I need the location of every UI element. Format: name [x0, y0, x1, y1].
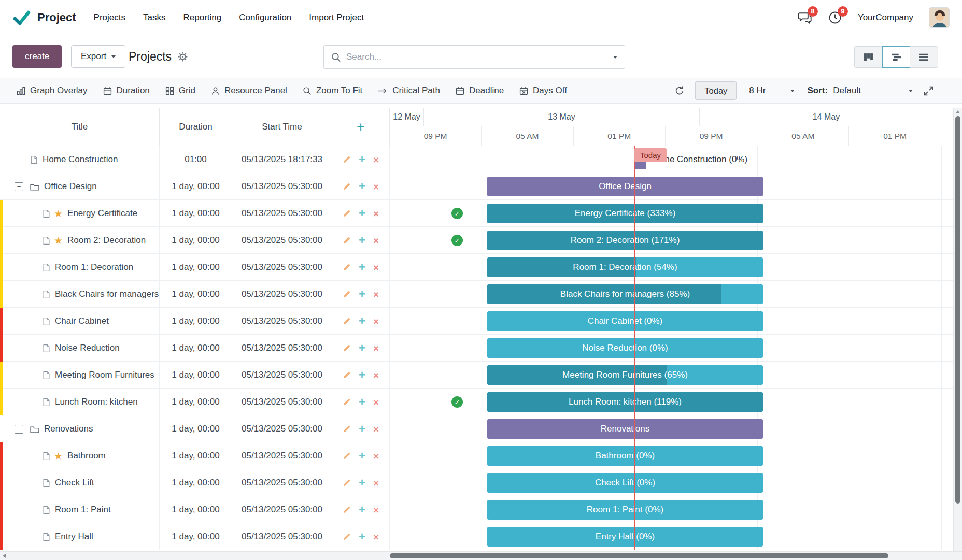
- column-header-start-time[interactable]: Start Time: [232, 108, 332, 146]
- menu-item-projects[interactable]: Projects: [94, 12, 125, 23]
- activities-button[interactable]: 9: [828, 10, 842, 25]
- gantt-bar[interactable]: Renovations: [487, 419, 763, 439]
- menu-item-import-project[interactable]: Import Project: [309, 12, 364, 23]
- delete-task-icon[interactable]: ×: [373, 532, 379, 542]
- edit-task-icon[interactable]: [343, 398, 351, 406]
- edit-task-icon[interactable]: [343, 317, 351, 325]
- create-button[interactable]: create: [12, 45, 62, 68]
- task-row[interactable]: Black Chairs for managers1 day, 00:0005/…: [0, 281, 389, 308]
- list-view-button[interactable]: [910, 46, 938, 68]
- delete-task-icon[interactable]: ×: [373, 317, 379, 326]
- delete-task-icon[interactable]: ×: [373, 236, 379, 246]
- delete-task-icon[interactable]: ×: [373, 343, 379, 353]
- edit-task-icon[interactable]: [343, 425, 351, 433]
- app-logo-icon[interactable]: [12, 8, 31, 27]
- gantt-bar[interactable]: Room 1: Paint (0%): [487, 500, 763, 520]
- task-row[interactable]: ★Room 2: Decoration1 day, 00:0005/13/202…: [0, 227, 389, 254]
- kanban-view-button[interactable]: [854, 46, 882, 68]
- toolbar-graph-overlay-button[interactable]: Graph Overlay: [17, 85, 88, 96]
- menu-item-reporting[interactable]: Reporting: [183, 12, 221, 23]
- favorite-star-icon[interactable]: ★: [54, 236, 63, 246]
- column-header-title[interactable]: Title: [0, 108, 160, 146]
- search-dropdown-toggle[interactable]: [605, 46, 625, 68]
- task-row[interactable]: Lunch Room: kitchen1 day, 00:0005/13/202…: [0, 389, 389, 415]
- toolbar-zoom-to-fit-button[interactable]: Zoom To Fit: [303, 85, 362, 96]
- toolbar-resource-panel-button[interactable]: Resource Panel: [211, 85, 287, 96]
- scroll-up-arrow[interactable]: [956, 110, 960, 113]
- edit-task-icon[interactable]: [343, 236, 351, 245]
- refresh-button[interactable]: [674, 85, 685, 96]
- edit-task-icon[interactable]: [343, 155, 351, 164]
- gantt-bar[interactable]: Noise Reduction (0%): [487, 338, 763, 358]
- column-header-duration[interactable]: Duration: [160, 108, 232, 146]
- toolbar-grid-button[interactable]: Grid: [165, 85, 195, 96]
- gantt-bar[interactable]: Entry Hall (0%): [487, 527, 763, 547]
- collapse-toggle-icon[interactable]: −: [15, 182, 23, 191]
- task-row[interactable]: Meeting Room Furnitures1 day, 00:0005/13…: [0, 362, 389, 389]
- toolbar-days-off-button[interactable]: Days Off: [519, 85, 567, 96]
- sort-select[interactable]: Default: [833, 85, 913, 96]
- today-button[interactable]: Today: [695, 81, 737, 100]
- gantt-bar[interactable]: Room 1: Decoration (54%): [487, 257, 763, 277]
- add-subtask-icon[interactable]: +: [359, 477, 365, 489]
- delete-task-icon[interactable]: ×: [373, 397, 379, 407]
- add-subtask-icon[interactable]: +: [359, 369, 365, 381]
- scale-select[interactable]: 8 Hr: [747, 85, 797, 96]
- toolbar-duration-button[interactable]: Duration: [103, 85, 150, 96]
- edit-task-icon[interactable]: [343, 290, 351, 298]
- delete-task-icon[interactable]: ×: [373, 209, 379, 219]
- delete-task-icon[interactable]: ×: [373, 478, 379, 488]
- scroll-left-arrow[interactable]: [3, 554, 6, 558]
- add-subtask-icon[interactable]: +: [359, 208, 365, 219]
- task-row[interactable]: ★Energy Certificate1 day, 00:0005/13/202…: [0, 200, 389, 227]
- task-row[interactable]: ★Bathroom1 day, 00:0005/13/2025 05:30:00…: [0, 442, 389, 469]
- gantt-bar[interactable]: Office Design: [487, 177, 763, 196]
- export-button[interactable]: Export: [71, 45, 125, 68]
- delete-task-icon[interactable]: ×: [373, 263, 379, 272]
- gantt-bar[interactable]: Room 2: Decoration (171%): [487, 231, 763, 250]
- task-row[interactable]: Room 1: Paint1 day, 00:0005/13/2025 05:3…: [0, 496, 389, 523]
- delete-task-icon[interactable]: ×: [373, 424, 379, 434]
- add-subtask-icon[interactable]: +: [359, 423, 365, 435]
- edit-task-icon[interactable]: [343, 182, 351, 191]
- menu-item-configuration[interactable]: Configuration: [239, 12, 291, 23]
- collapse-toggle-icon[interactable]: −: [15, 425, 23, 434]
- app-name[interactable]: Project: [37, 11, 76, 24]
- gantt-bar[interactable]: Meeting Room Furnitures (65%): [487, 365, 763, 385]
- settings-gear-icon[interactable]: [178, 52, 188, 62]
- task-row[interactable]: Noise Reduction1 day, 00:0005/13/2025 05…: [0, 335, 389, 362]
- add-subtask-icon[interactable]: +: [359, 315, 365, 327]
- add-task-column-button[interactable]: +: [332, 108, 390, 146]
- edit-task-icon[interactable]: [343, 506, 351, 514]
- add-subtask-icon[interactable]: +: [359, 504, 365, 515]
- toolbar-critical-path-button[interactable]: Critical Path: [378, 85, 440, 96]
- horizontal-scroll-thumb[interactable]: [390, 553, 888, 558]
- delete-task-icon[interactable]: ×: [373, 182, 379, 192]
- gantt-view-button[interactable]: [882, 46, 910, 68]
- user-avatar[interactable]: [929, 7, 950, 28]
- favorite-star-icon[interactable]: ★: [54, 451, 63, 461]
- edit-task-icon[interactable]: [343, 371, 351, 379]
- gantt-bar[interactable]: Chair Cabinet (0%): [487, 311, 763, 331]
- group-row[interactable]: −Renovations1 day, 00:0005/13/2025 05:30…: [0, 415, 389, 442]
- add-subtask-icon[interactable]: +: [359, 289, 365, 300]
- expand-button[interactable]: [923, 85, 934, 96]
- edit-task-icon[interactable]: [343, 344, 351, 352]
- vertical-scrollbar[interactable]: [953, 108, 962, 551]
- add-subtask-icon[interactable]: +: [359, 154, 365, 165]
- edit-task-icon[interactable]: [343, 452, 351, 460]
- favorite-star-icon[interactable]: ★: [54, 209, 63, 219]
- delete-task-icon[interactable]: ×: [373, 370, 379, 380]
- delete-task-icon[interactable]: ×: [373, 451, 379, 461]
- horizontal-scrollbar[interactable]: [0, 551, 962, 560]
- group-row[interactable]: −Office Design1 day, 00:0005/13/2025 05:…: [0, 173, 389, 200]
- delete-task-icon[interactable]: ×: [373, 155, 379, 165]
- edit-task-icon[interactable]: [343, 479, 351, 487]
- task-row[interactable]: Entry Hall1 day, 00:0005/13/2025 05:30:0…: [0, 523, 389, 550]
- vertical-scroll-thumb[interactable]: [955, 116, 960, 504]
- gantt-bar[interactable]: Lunch Room: kitchen (119%): [487, 392, 763, 412]
- delete-task-icon[interactable]: ×: [373, 505, 379, 515]
- delete-task-icon[interactable]: ×: [373, 290, 379, 299]
- messages-button[interactable]: 8: [798, 10, 812, 25]
- task-row[interactable]: Check Lift1 day, 00:0005/13/2025 05:30:0…: [0, 469, 389, 496]
